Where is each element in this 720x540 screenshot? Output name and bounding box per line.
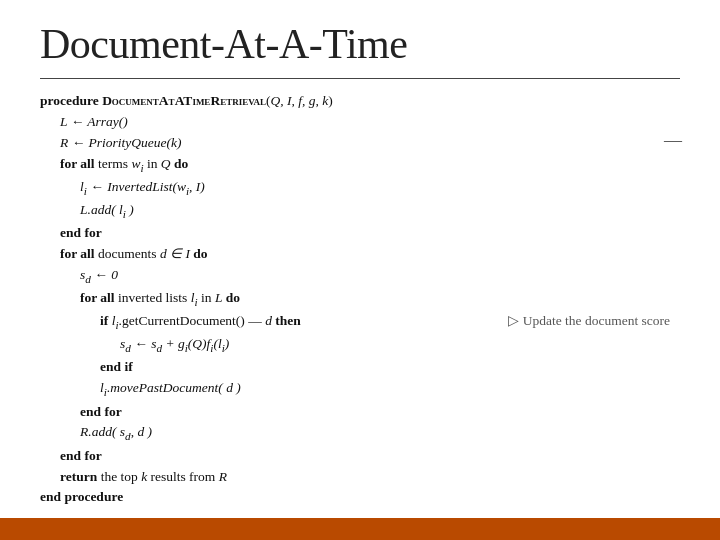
code-text: R ← PriorityQueue(k): [60, 133, 181, 154]
algo-line-7: end for: [40, 223, 680, 244]
algo-line-5: li ← InvertedList(wi, I): [40, 177, 680, 200]
algo-line-8: for all documents d ∈ I do: [40, 244, 680, 265]
page: Document-At-A-Time procedure DocumentAtA…: [0, 0, 720, 540]
title-divider: [40, 78, 680, 79]
algo-line-18: return the top k results from R: [40, 467, 680, 488]
code-text: li.movePastDocument( d ): [100, 378, 241, 401]
algo-line-1: procedure DocumentAtATimeRetrieval(Q, I,…: [40, 91, 680, 112]
algo-line-12: sd ← sd + gi(Q)fi(li): [40, 334, 680, 357]
code-text: for all documents d ∈ I do: [60, 244, 208, 265]
code-text: return the top k results from R: [60, 467, 227, 488]
algo-line-4: for all terms wi in Q do: [40, 154, 680, 177]
code-text: R.add( sd, d ): [80, 422, 152, 445]
algo-line-16: R.add( sd, d ): [40, 422, 680, 445]
algo-line-15: end for: [40, 402, 680, 423]
code-text: for all inverted lists li in L do: [80, 288, 240, 311]
code-text: L ← Array(): [60, 112, 128, 133]
code-text: for all terms wi in Q do: [60, 154, 188, 177]
algo-line-13: end if: [40, 357, 680, 378]
algo-line-11: if li.getCurrentDocument() — d then ▷ Up…: [40, 311, 680, 334]
algo-line-9: sd ← 0: [40, 265, 680, 288]
algorithm-box: procedure DocumentAtATimeRetrieval(Q, I,…: [40, 87, 680, 508]
comment-update-score: ▷ Update the document score: [508, 311, 680, 334]
algo-line-19: end procedure: [40, 487, 680, 508]
algo-line-14: li.movePastDocument( d ): [40, 378, 680, 401]
algo-line-6: L.add( li ): [40, 200, 680, 223]
code-text: end for: [60, 446, 102, 467]
navigation-arrow[interactable]: —: [664, 130, 682, 151]
code-text: sd ← 0: [80, 265, 118, 288]
code-text: end if: [100, 357, 133, 378]
bottom-bar: [0, 518, 720, 540]
code-text: sd ← sd + gi(Q)fi(li): [120, 334, 229, 357]
keyword-procedure: procedure DocumentAtATimeRetrieval(Q, I,…: [40, 91, 333, 112]
algo-line-3: R ← PriorityQueue(k): [40, 133, 680, 154]
algo-line-17: end for: [40, 446, 680, 467]
page-title: Document-At-A-Time: [40, 20, 680, 68]
code-text: li ← InvertedList(wi, I): [80, 177, 205, 200]
code-text: if li.getCurrentDocument() — d then: [100, 311, 301, 334]
algo-line-2: L ← Array(): [40, 112, 680, 133]
code-text: end for: [80, 402, 122, 423]
code-text: end for: [60, 223, 102, 244]
algo-line-10: for all inverted lists li in L do: [40, 288, 680, 311]
code-text: end procedure: [40, 487, 123, 508]
code-text: L.add( li ): [80, 200, 134, 223]
